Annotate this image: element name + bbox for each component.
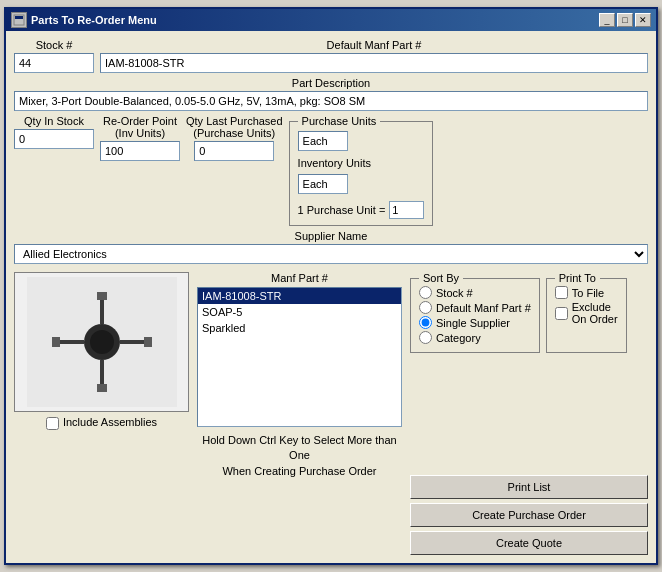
buttons-section: Print List Create Purchase Order Create … xyxy=(410,475,648,555)
qty-in-stock-group: Qty In Stock xyxy=(14,115,94,161)
reorder-point-label: Re-Order Point(Inv Units) xyxy=(103,115,177,139)
supplier-name-label: Supplier Name xyxy=(295,230,368,242)
sort-supplier-label: Single Supplier xyxy=(436,317,510,329)
reorder-point-group: Re-Order Point(Inv Units) xyxy=(100,115,180,161)
manf-part-item-1[interactable]: SOAP-5 xyxy=(198,304,401,320)
sort-stock-row: Stock # xyxy=(419,286,531,299)
close-button[interactable]: ✕ xyxy=(635,13,651,27)
svg-rect-1 xyxy=(15,16,23,19)
sort-manf-label: Default Manf Part # xyxy=(436,302,531,314)
supplier-select[interactable]: Allied Electronics Digi-Key Mouser Elect… xyxy=(14,244,648,264)
inv-purchase-label: 1 Purchase Unit = xyxy=(298,204,386,216)
right-section: Sort By Stock # Default Manf Part # Sing… xyxy=(410,272,648,555)
default-manf-label: Default Manf Part # xyxy=(327,39,422,51)
create-po-button[interactable]: Create Purchase Order xyxy=(410,503,648,527)
exclude-on-order-label: ExcludeOn Order xyxy=(572,301,618,325)
sort-stock-radio[interactable] xyxy=(419,286,432,299)
qty-row: Qty In Stock Re-Order Point(Inv Units) Q… xyxy=(14,115,648,226)
sort-stock-label: Stock # xyxy=(436,287,473,299)
part-desc-group: Part Description xyxy=(14,77,648,111)
stock-number-input[interactable] xyxy=(14,53,94,73)
stock-number-group: Stock # xyxy=(14,39,94,73)
manf-part-label: Manf Part # xyxy=(197,272,402,284)
title-bar: Parts To Re-Order Menu _ □ ✕ xyxy=(6,9,656,31)
manf-part-item-2[interactable]: Sparkled xyxy=(198,320,401,336)
manf-part-section: Manf Part # IAM-81008-STR SOAP-5 Sparkle… xyxy=(197,272,402,555)
svg-point-4 xyxy=(90,330,114,354)
sort-category-row: Category xyxy=(419,331,531,344)
stock-number-label: Stock # xyxy=(36,39,73,51)
include-assemblies-row: Include Assemblies xyxy=(46,416,157,430)
top-row: Stock # Default Manf Part # xyxy=(14,39,648,73)
default-manf-input[interactable] xyxy=(100,53,648,73)
inv-purchase-input[interactable] xyxy=(389,201,424,219)
window-title: Parts To Re-Order Menu xyxy=(31,14,157,26)
sort-manf-radio[interactable] xyxy=(419,301,432,314)
title-buttons: _ □ ✕ xyxy=(599,13,651,27)
title-bar-left: Parts To Re-Order Menu xyxy=(11,12,157,28)
hold-ctrl-text: Hold Down Ctrl Key to Select More than O… xyxy=(197,433,402,479)
reorder-point-input[interactable] xyxy=(100,141,180,161)
sort-print-row: Sort By Stock # Default Manf Part # Sing… xyxy=(410,272,648,353)
sort-by-fieldset: Sort By Stock # Default Manf Part # Sing… xyxy=(410,272,540,353)
bottom-section: Include Assemblies Manf Part # IAM-81008… xyxy=(14,272,648,555)
main-window: Parts To Re-Order Menu _ □ ✕ Stock # Def… xyxy=(4,7,658,565)
sort-manf-row: Default Manf Part # xyxy=(419,301,531,314)
supplier-group: Supplier Name Allied Electronics Digi-Ke… xyxy=(14,230,648,264)
svg-rect-10 xyxy=(97,384,107,392)
default-manf-group: Default Manf Part # xyxy=(100,39,648,73)
sort-category-label: Category xyxy=(436,332,481,344)
print-to-file-checkbox[interactable] xyxy=(555,286,568,299)
inventory-units-label: Inventory Units xyxy=(298,157,425,169)
svg-rect-11 xyxy=(52,337,60,347)
qty-last-label: Qty Last Purchased(Purchase Units) xyxy=(186,115,283,139)
purchase-units-input[interactable] xyxy=(298,131,348,151)
purchase-units-fieldset: Purchase Units Inventory Units 1 Purchas… xyxy=(289,115,434,226)
window-content: Stock # Default Manf Part # Part Descrip… xyxy=(6,31,656,563)
manf-part-list[interactable]: IAM-81008-STR SOAP-5 Sparkled xyxy=(197,287,402,427)
window-icon xyxy=(11,12,27,28)
print-to-legend: Print To xyxy=(555,272,600,284)
qty-in-stock-label: Qty In Stock xyxy=(24,115,84,127)
sort-by-legend: Sort By xyxy=(419,272,463,284)
svg-rect-12 xyxy=(144,337,152,347)
qty-last-input[interactable] xyxy=(194,141,274,161)
svg-rect-9 xyxy=(97,292,107,300)
qty-last-group: Qty Last Purchased(Purchase Units) xyxy=(186,115,283,161)
qty-in-stock-input[interactable] xyxy=(14,129,94,149)
sort-supplier-radio[interactable] xyxy=(419,316,432,329)
print-to-file-row: To File xyxy=(555,286,618,299)
exclude-on-order-row: ExcludeOn Order xyxy=(555,301,618,325)
sort-category-radio[interactable] xyxy=(419,331,432,344)
exclude-on-order-checkbox[interactable] xyxy=(555,307,568,320)
supplier-row: Supplier Name Allied Electronics Digi-Ke… xyxy=(14,230,648,264)
print-to-file-label: To File xyxy=(572,287,604,299)
inventory-units-input[interactable] xyxy=(298,174,348,194)
part-image-container xyxy=(14,272,189,412)
create-quote-button[interactable]: Create Quote xyxy=(410,531,648,555)
part-desc-label: Part Description xyxy=(292,77,370,89)
purchase-units-legend: Purchase Units xyxy=(298,115,381,127)
qty-fields: Qty In Stock Re-Order Point(Inv Units) Q… xyxy=(14,115,283,161)
manf-part-item-0[interactable]: IAM-81008-STR xyxy=(198,288,401,304)
include-assemblies-checkbox[interactable] xyxy=(46,417,59,430)
part-desc-input[interactable] xyxy=(14,91,648,111)
include-assemblies-label: Include Assemblies xyxy=(63,416,157,428)
image-section: Include Assemblies xyxy=(14,272,189,555)
sort-supplier-row: Single Supplier xyxy=(419,316,531,329)
purchase-units-content: Inventory Units 1 Purchase Unit = xyxy=(298,131,425,219)
part-image-svg xyxy=(27,277,177,407)
inv-units-row: 1 Purchase Unit = xyxy=(298,201,425,219)
maximize-button[interactable]: □ xyxy=(617,13,633,27)
print-to-fieldset: Print To To File ExcludeOn Order xyxy=(546,272,627,353)
minimize-button[interactable]: _ xyxy=(599,13,615,27)
print-list-button[interactable]: Print List xyxy=(410,475,648,499)
